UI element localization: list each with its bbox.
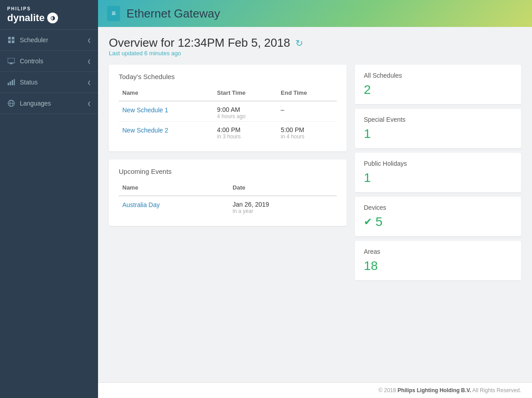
languages-icon — [7, 99, 15, 107]
sidebar-item-label: Languages — [20, 100, 51, 107]
sidebar-item-languages[interactable]: Languages ❮ — [0, 93, 98, 114]
start-time: 4:00 PM — [217, 126, 274, 133]
upcoming-events-title: Upcoming Events — [119, 168, 337, 175]
page-title: Ethernet Gateway — [126, 7, 220, 21]
chevron-icon: ❮ — [87, 101, 91, 106]
sidebar-item-label: Status — [20, 79, 38, 86]
sidebar-item-status[interactable]: Status ❮ — [0, 72, 98, 93]
svg-rect-9 — [12, 80, 13, 85]
sidebar-item-scheduler[interactable]: Scheduler ❮ — [0, 30, 98, 51]
svg-rect-8 — [10, 81, 11, 85]
stat-card-all-schedules: All Schedules 2 — [355, 65, 521, 104]
svg-rect-0 — [8, 37, 11, 40]
chevron-icon: ❮ — [87, 38, 91, 43]
svg-rect-6 — [9, 63, 13, 63]
todays-schedules-title: Today's Schedules — [119, 73, 337, 80]
body-area: Overview for 12:34PM Feb 5, 2018 ↻ Last … — [98, 27, 532, 382]
sidebar-item-label: Controls — [20, 57, 43, 65]
upcoming-events-card: Upcoming Events Name Date Australia Day … — [109, 159, 347, 226]
product-label: dynalite ◑ — [7, 12, 91, 24]
col-name: Name — [119, 87, 214, 101]
stat-card-public-holidays: Public Holidays 1 — [355, 153, 521, 192]
svg-rect-4 — [8, 58, 15, 63]
logo: PHILIPS dynalite ◑ — [0, 0, 98, 30]
end-time: 5:00 PM — [281, 126, 333, 133]
brand-label: PHILIPS — [7, 6, 91, 11]
right-column: All Schedules 2 Special Events 1 Public … — [355, 65, 521, 280]
check-icon: ✔ — [364, 216, 372, 228]
stat-label: Public Holidays — [364, 160, 512, 167]
footer: © 2018 Philips Lighting Holding B.V. All… — [98, 382, 532, 398]
col-event-date: Date — [229, 181, 337, 196]
footer-company: Philips Lighting Holding B.V. — [398, 387, 471, 394]
table-row: New Schedule 2 4:00 PMin 3 hours 5:00 PM… — [119, 122, 337, 142]
stat-label: Special Events — [364, 116, 512, 123]
stat-number: 5 — [376, 215, 383, 229]
stat-value: 1 — [364, 127, 512, 141]
chevron-icon: ❮ — [87, 80, 91, 85]
schedule-name[interactable]: New Schedule 2 — [122, 127, 168, 134]
svg-rect-7 — [8, 83, 9, 85]
footer-rights: All Rights Reserved. — [472, 387, 521, 394]
col-start: Start Time — [214, 87, 277, 101]
status-icon — [7, 78, 15, 86]
logo-icon: ◑ — [47, 13, 58, 23]
scheduler-icon — [7, 36, 15, 44]
stat-label: Areas — [364, 248, 512, 255]
table-row: Australia Day Jan 26, 2019in a year — [119, 196, 337, 216]
stat-card-special-events: Special Events 1 — [355, 109, 521, 148]
refresh-icon[interactable]: ↻ — [295, 38, 303, 49]
schedules-table: Name Start Time End Time New Schedule 1 … — [119, 87, 337, 142]
end-sub: in 4 hours — [281, 133, 333, 140]
stat-card-devices: Devices ✔5 — [355, 197, 521, 236]
svg-rect-1 — [12, 37, 14, 40]
svg-rect-10 — [14, 79, 15, 85]
stat-label: All Schedules — [364, 72, 512, 79]
stat-number: 18 — [364, 259, 378, 273]
col-end: End Time — [277, 87, 337, 101]
stat-number: 1 — [364, 127, 371, 141]
menu-button[interactable]: ≡ — [107, 6, 120, 21]
left-column: Today's Schedules Name Start Time End Ti… — [109, 65, 347, 226]
start-sub: in 3 hours — [217, 133, 274, 140]
stat-number: 2 — [364, 83, 371, 97]
start-sub: 4 hours ago — [217, 113, 274, 119]
chevron-icon: ❮ — [87, 59, 91, 64]
start-time: 9:00 AM — [217, 106, 274, 113]
events-table: Name Date Australia Day Jan 26, 2019in a… — [119, 181, 337, 216]
sidebar: PHILIPS dynalite ◑ Scheduler ❮ Controls … — [0, 0, 98, 398]
stat-value: ✔5 — [364, 215, 512, 229]
last-updated: Last updated 6 minutes ago — [109, 50, 521, 57]
stat-label: Devices — [364, 204, 512, 211]
stat-value: 18 — [364, 259, 512, 273]
event-date: Jan 26, 2019 — [232, 201, 333, 208]
content-grid: Today's Schedules Name Start Time End Ti… — [109, 65, 521, 280]
svg-rect-3 — [12, 40, 14, 43]
controls-icon — [7, 57, 15, 65]
nav-menu: Scheduler ❮ Controls ❮ Status ❮ Language… — [0, 30, 98, 114]
stat-card-areas: Areas 18 — [355, 241, 521, 280]
table-row: New Schedule 1 9:00 AM4 hours ago – — [119, 101, 337, 122]
topbar: ≡ Ethernet Gateway — [98, 0, 532, 27]
main-content: ≡ Ethernet Gateway Overview for 12:34PM … — [98, 0, 532, 398]
stat-number: 1 — [364, 171, 371, 185]
end-time: – — [281, 106, 333, 113]
overview-title: Overview for 12:34PM Feb 5, 2018 ↻ — [109, 36, 521, 50]
todays-schedules-card: Today's Schedules Name Start Time End Ti… — [109, 65, 347, 151]
stat-value: 1 — [364, 171, 512, 185]
footer-copyright: © 2018 — [379, 387, 396, 394]
event-date-sub: in a year — [232, 208, 333, 214]
col-event-name: Name — [119, 181, 229, 196]
svg-rect-2 — [8, 40, 11, 43]
svg-rect-5 — [10, 63, 13, 64]
sidebar-item-controls[interactable]: Controls ❮ — [0, 51, 98, 72]
overview-header: Overview for 12:34PM Feb 5, 2018 ↻ Last … — [109, 36, 521, 57]
sidebar-item-label: Scheduler — [20, 36, 48, 44]
stat-value: 2 — [364, 83, 512, 97]
event-name[interactable]: Australia Day — [122, 201, 160, 208]
schedule-name[interactable]: New Schedule 1 — [122, 106, 168, 114]
